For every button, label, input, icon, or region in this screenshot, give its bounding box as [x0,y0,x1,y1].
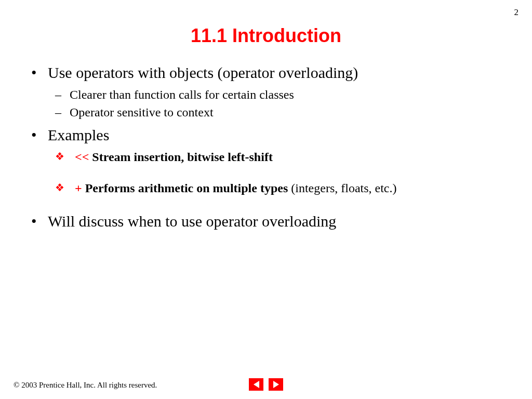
slide-content: Use operators with objects (operator ove… [26,62,506,232]
page-number: 2 [514,7,519,18]
operator-left-shift: << [75,150,89,164]
bullet-1-sub-1: Clearer than function calls for certain … [48,86,506,104]
operator-plus: + [75,181,82,195]
copyright-footer: © 2003 Prentice Hall, Inc. All rights re… [14,381,157,390]
example-2-bold: Performs arithmetic on multiple types [82,181,288,195]
triangle-right-icon [273,381,279,388]
triangle-left-icon [254,381,259,388]
bullet-2: Examples << Stream insertion, bitwise le… [26,125,506,197]
next-button[interactable] [269,378,283,391]
bullet-1: Use operators with objects (operator ove… [26,62,506,122]
prev-button[interactable] [249,378,263,391]
bullet-2-example-2: + Performs arithmetic on multiple types … [48,179,506,197]
bullet-2-text: Examples [48,126,109,143]
example-1-text: Stream insertion, bitwise left-shift [89,150,273,164]
slide-title: 11.1 Introduction [0,25,532,47]
bullet-3: Will discuss when to use operator overlo… [26,211,506,232]
nav-controls [249,378,283,391]
bullet-2-example-1: << Stream insertion, bitwise left-shift [48,148,506,166]
example-2-rest: (integers, floats, etc.) [288,181,396,195]
bullet-1-text: Use operators with objects (operator ove… [48,64,358,81]
bullet-1-sub-2: Operator sensitive to context [48,103,506,122]
